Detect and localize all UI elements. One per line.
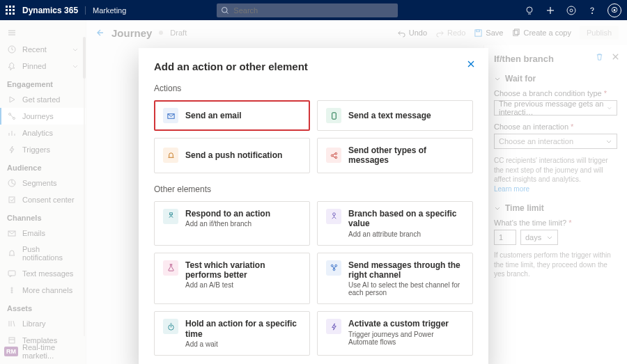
trigger-icon bbox=[326, 319, 341, 334]
bell-icon bbox=[163, 148, 178, 163]
card-title: Hold an action for a specific time bbox=[185, 319, 301, 339]
action-send-text[interactable]: Send a text message bbox=[317, 100, 473, 131]
element-right-channel[interactable]: Send messages through the right channelU… bbox=[317, 253, 473, 305]
modal-title: Add an action or other element bbox=[154, 61, 473, 72]
topbar-actions: ⦿ bbox=[524, 3, 621, 17]
svg-rect-36 bbox=[332, 112, 336, 118]
card-title: Send a text message bbox=[348, 111, 431, 120]
share-icon bbox=[326, 148, 341, 163]
svg-point-0 bbox=[222, 7, 228, 13]
plus-icon[interactable] bbox=[545, 5, 556, 16]
card-subtitle: Add an if/then branch bbox=[185, 220, 270, 228]
modal-close-button[interactable] bbox=[466, 59, 476, 69]
card-title: Test which variation performs better bbox=[185, 260, 301, 280]
action-send-email[interactable]: Send an email bbox=[154, 100, 310, 131]
help-icon[interactable] bbox=[587, 5, 598, 16]
svg-point-7 bbox=[567, 6, 575, 15]
section-actions-label: Actions bbox=[154, 84, 473, 93]
flask-icon bbox=[163, 260, 178, 276]
channel-icon bbox=[326, 260, 341, 276]
card-title: Send an email bbox=[185, 111, 242, 120]
search-input[interactable] bbox=[233, 6, 394, 15]
card-title: Send other types of messages bbox=[348, 145, 464, 166]
section-other-label: Other elements bbox=[154, 184, 473, 194]
card-title: Respond to an action bbox=[185, 209, 270, 219]
card-subtitle: Add an A/B test bbox=[185, 281, 301, 289]
attribute-branch-icon bbox=[326, 209, 341, 224]
svg-point-2 bbox=[527, 7, 532, 13]
svg-point-8 bbox=[592, 13, 593, 13]
element-branch-value[interactable]: Branch based on a specific valueAdd an a… bbox=[317, 201, 473, 246]
svg-line-1 bbox=[227, 12, 229, 13]
element-respond-action[interactable]: Respond to an actionAdd an if/then branc… bbox=[154, 201, 310, 246]
card-title: Activate a custom trigger bbox=[348, 319, 464, 329]
svg-point-41 bbox=[332, 213, 335, 216]
global-topbar: Dynamics 365 Marketing ⦿ bbox=[0, 0, 627, 20]
svg-point-6 bbox=[570, 9, 573, 12]
card-subtitle: Trigger journeys and Power Automate flow… bbox=[348, 331, 464, 346]
card-subtitle: Add an attribute branch bbox=[348, 230, 464, 238]
svg-rect-40 bbox=[169, 213, 172, 215]
action-send-push[interactable]: Send a push notification bbox=[154, 138, 310, 173]
card-title: Send messages through the right channel bbox=[348, 260, 464, 280]
user-avatar[interactable]: ⦿ bbox=[607, 3, 621, 17]
stopwatch-icon bbox=[163, 319, 178, 334]
add-action-modal: Add an action or other element Actions S… bbox=[139, 48, 488, 364]
branch-icon bbox=[163, 209, 178, 224]
card-title: Send a push notification bbox=[185, 150, 282, 160]
element-hold-wait[interactable]: Hold an action for a specific timeAdd a … bbox=[154, 311, 310, 356]
element-ab-test[interactable]: Test which variation performs betterAdd … bbox=[154, 253, 310, 305]
card-subtitle: Add a wait bbox=[185, 340, 301, 348]
app-name: Dynamics 365 bbox=[22, 6, 78, 15]
global-search[interactable] bbox=[217, 3, 398, 17]
search-icon bbox=[221, 6, 229, 15]
mail-icon bbox=[163, 108, 178, 123]
card-subtitle: Use AI to select the best channel for ea… bbox=[348, 281, 464, 296]
element-custom-trigger[interactable]: Activate a custom triggerTrigger journey… bbox=[317, 311, 473, 356]
action-send-other[interactable]: Send other types of messages bbox=[317, 138, 473, 173]
module-name: Marketing bbox=[85, 6, 126, 15]
phone-icon bbox=[326, 108, 341, 123]
gear-icon[interactable] bbox=[566, 5, 577, 16]
lightbulb-icon[interactable] bbox=[524, 5, 535, 16]
app-launcher-icon[interactable] bbox=[6, 6, 15, 15]
card-title: Branch based on a specific value bbox=[348, 209, 464, 229]
modal-overlay[interactable]: Add an action or other element Actions S… bbox=[0, 20, 627, 364]
